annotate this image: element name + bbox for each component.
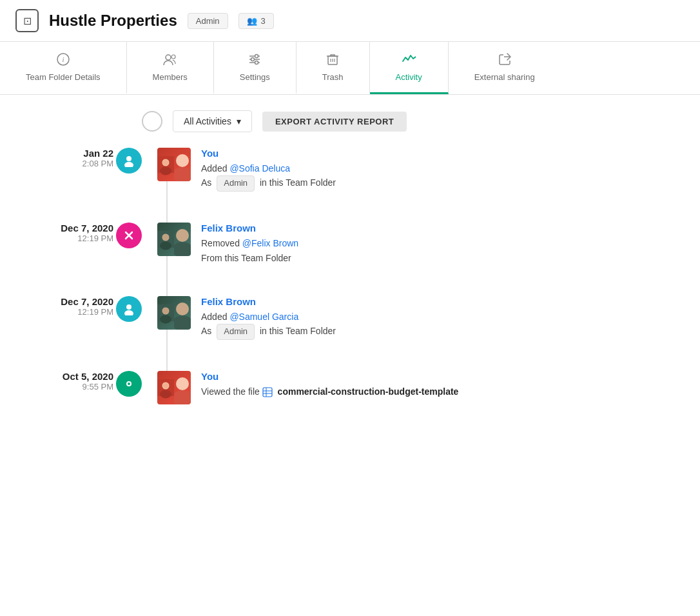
svg-point-28	[126, 304, 131, 310]
timeline-node	[116, 148, 142, 174]
tab-label: Trash	[322, 72, 344, 82]
svg-point-20	[160, 167, 171, 175]
file-name: commercial-construction-budget-template	[278, 386, 459, 397]
tab-label: Activity	[396, 72, 422, 82]
admin-badge: Admin	[188, 13, 228, 29]
svg-text:i: i	[62, 55, 64, 63]
timeline-entry: Dec 7, 2020 12:19 PM	[26, 223, 674, 265]
node-circle-teal	[116, 148, 142, 174]
svg-point-16	[126, 156, 131, 161]
avatar-you	[157, 371, 191, 404]
avatar-felix	[157, 223, 191, 256]
svg-point-26	[160, 242, 171, 250]
date-main: Oct 5, 2020	[26, 371, 113, 382]
tab-members[interactable]: Members	[127, 42, 214, 94]
entry-text: Added @Samuel Garcia	[201, 310, 674, 324]
entry-date: Dec 7, 2020 12:19 PM	[26, 223, 129, 243]
trash-icon	[326, 52, 340, 68]
timeline-entry: Dec 7, 2020 12:19 PM	[26, 296, 674, 340]
svg-point-39	[163, 383, 169, 389]
timeline-entry: Oct 5, 2020 9:55 PM	[26, 371, 674, 404]
node-circle-pink	[116, 223, 142, 248]
svg-point-29	[124, 310, 133, 315]
entry-text-2: As Admin in this Team Folder	[201, 324, 674, 340]
entry-text: Removed @Felix Brown	[201, 236, 674, 250]
tab-team-folder-details[interactable]: i Team Folder Details	[0, 42, 127, 94]
app-title: Hustle Properties	[49, 12, 177, 30]
date-time: 12:19 PM	[26, 233, 113, 243]
avatar-felix	[157, 296, 191, 330]
members-count: 3	[261, 16, 266, 26]
mention[interactable]: @Felix Brown	[242, 238, 298, 248]
entry-text-2: As Admin in this Team Folder	[201, 175, 674, 192]
entry-content: You Added @Sofia Deluca As Admin in this…	[201, 148, 674, 192]
timeline-node	[116, 296, 142, 322]
svg-point-21	[163, 160, 169, 166]
members-tab-icon	[163, 52, 177, 68]
timeline-top-node	[142, 111, 162, 132]
entry-actor[interactable]: You	[201, 371, 674, 382]
tab-label: Settings	[240, 72, 270, 82]
entry-date: Jan 22 2:08 PM	[26, 148, 129, 168]
app-logo: ⊡	[15, 9, 39, 32]
tab-settings[interactable]: Settings	[214, 42, 297, 94]
tab-label: External sharing	[474, 72, 535, 82]
tabs-bar: i Team Folder Details Members	[0, 42, 700, 95]
tab-trash[interactable]: Trash	[297, 42, 370, 94]
file-spreadsheet-icon	[262, 384, 273, 399]
timeline-node	[116, 371, 142, 397]
filter-dropdown[interactable]: All Activities ▾	[173, 110, 252, 132]
date-main: Dec 7, 2020	[26, 223, 113, 233]
members-badge[interactable]: 👥 3	[238, 13, 274, 29]
external-sharing-icon	[498, 52, 512, 68]
info-icon: i	[56, 52, 70, 68]
tab-external-sharing[interactable]: External sharing	[449, 42, 561, 94]
date-main: Dec 7, 2020	[26, 296, 113, 307]
role-badge: Admin	[217, 324, 255, 340]
tab-label: Members	[153, 72, 188, 82]
svg-point-27	[163, 235, 169, 241]
svg-point-38	[160, 390, 171, 399]
svg-point-3	[171, 55, 175, 59]
entry-content: Felix Brown Added @Samuel Garcia As Admi…	[201, 296, 674, 340]
svg-point-8	[251, 58, 255, 61]
entry-actor[interactable]: Felix Brown	[201, 223, 674, 233]
svg-rect-40	[263, 388, 272, 397]
export-button[interactable]: EXPORT ACTIVITY REPORT	[262, 112, 407, 132]
tab-label: Team Folder Details	[26, 72, 101, 82]
svg-point-35	[128, 383, 130, 385]
filter-label: All Activities	[184, 116, 231, 126]
activity-icon	[402, 52, 416, 68]
date-time: 2:08 PM	[26, 159, 113, 168]
entry-content: You Viewed the file commercial-construct…	[201, 371, 674, 399]
members-icon: 👥	[247, 16, 257, 26]
timeline-node	[116, 223, 142, 248]
svg-point-2	[166, 55, 171, 60]
timeline: Jan 22 2:08 PM	[0, 148, 700, 404]
svg-point-7	[255, 55, 258, 58]
entry-text: Viewed the file commercial-construction-…	[201, 384, 674, 399]
entry-content: Felix Brown Removed @Felix Brown From th…	[201, 223, 674, 265]
entry-text: Added @Sofia Deluca	[201, 161, 674, 175]
app-header: ⊡ Hustle Properties Admin 👥 3	[0, 0, 700, 42]
role-badge: Admin	[217, 175, 255, 192]
svg-point-33	[163, 308, 169, 313]
chevron-down-icon: ▾	[237, 116, 241, 126]
svg-point-9	[255, 61, 258, 65]
entry-actor[interactable]: Felix Brown	[201, 296, 674, 307]
tab-activity[interactable]: Activity	[370, 42, 449, 94]
entry-date: Dec 7, 2020 12:19 PM	[26, 296, 129, 317]
entry-date: Oct 5, 2020 9:55 PM	[26, 371, 129, 392]
mention[interactable]: @Samuel Garcia	[229, 312, 298, 322]
main-content: All Activities ▾ EXPORT ACTIVITY REPORT …	[0, 95, 700, 451]
activity-toolbar: All Activities ▾ EXPORT ACTIVITY REPORT	[0, 110, 700, 148]
timeline-entry: Jan 22 2:08 PM	[26, 148, 674, 192]
node-circle-green	[116, 371, 142, 397]
date-time: 12:19 PM	[26, 307, 113, 317]
entry-actor[interactable]: You	[201, 148, 674, 159]
date-main: Jan 22	[26, 148, 113, 159]
svg-point-32	[160, 315, 171, 323]
mention[interactable]: @Sofia Deluca	[229, 163, 290, 174]
date-time: 9:55 PM	[26, 382, 113, 392]
svg-point-17	[124, 162, 133, 167]
